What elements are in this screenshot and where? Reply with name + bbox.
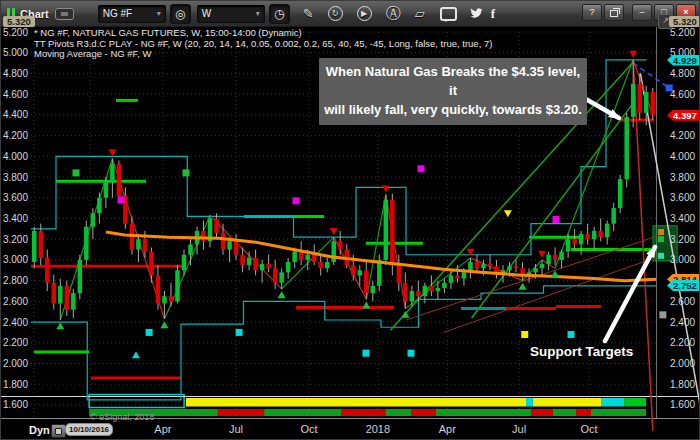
start-date-field[interactable]: 10/10/2016 bbox=[65, 423, 113, 436]
eraser-button[interactable]: ▱ bbox=[415, 6, 425, 21]
signal-triangle-up bbox=[519, 283, 527, 290]
chart-badge-icon[interactable] bbox=[55, 8, 74, 20]
dynamic-session-label[interactable]: Dyn bbox=[29, 424, 50, 436]
price-label-right: 2.200 bbox=[670, 337, 695, 348]
signal-square bbox=[118, 196, 125, 203]
candle-body bbox=[97, 198, 102, 214]
candle-body bbox=[260, 264, 265, 270]
interval-input[interactable]: W ▾ bbox=[197, 5, 265, 23]
signal-triangle-up bbox=[362, 302, 370, 309]
candle-body bbox=[462, 272, 467, 278]
annotation-tool-button[interactable]: Ⓐ bbox=[386, 4, 401, 23]
candle-body bbox=[312, 255, 317, 262]
candle-body bbox=[188, 244, 193, 254]
price-label-right: 1.600 bbox=[670, 399, 695, 410]
refresh-button[interactable]: ↻ bbox=[328, 6, 343, 21]
signal-square bbox=[236, 329, 243, 336]
candle-body bbox=[136, 239, 141, 249]
x-axis-label: Jul bbox=[502, 423, 536, 435]
candle-body bbox=[358, 270, 363, 275]
x-axis-label: Apr bbox=[146, 423, 180, 435]
scale-max-tag-left: 5.320 bbox=[3, 16, 35, 27]
trend-ribbon-upper bbox=[526, 398, 533, 407]
price-label-left: 3.400 bbox=[1, 213, 28, 224]
draw-tool-button[interactable]: ✎ bbox=[303, 6, 314, 21]
minimize-button[interactable]: – bbox=[632, 4, 652, 21]
chart-title: * NG #F, NATURAL GAS FUTURES, W, 15:00-1… bbox=[34, 28, 492, 39]
candle-body bbox=[611, 208, 616, 224]
signal-triangle-up bbox=[56, 322, 64, 329]
signal-square bbox=[659, 311, 666, 318]
candle-body bbox=[501, 270, 506, 274]
ribbon-highlight-box bbox=[89, 395, 184, 408]
chart-window: Chart NG #F ▾ ◎ W ▾ ◷ ✎ ↻ ▶ Ⓐ ▱ f ? – □ … bbox=[0, 0, 700, 440]
twitter-icon[interactable] bbox=[469, 8, 483, 19]
candle-body bbox=[130, 224, 135, 250]
zigzag-segment bbox=[164, 215, 210, 319]
signal-square bbox=[183, 169, 190, 176]
facebook-icon[interactable]: f bbox=[491, 6, 495, 22]
chevron-down-icon[interactable]: ▾ bbox=[157, 9, 161, 18]
annotation-line1: When Natural Gas Breaks the $4.35 level,… bbox=[321, 63, 585, 101]
price-label-right: 4.200 bbox=[670, 130, 695, 141]
candle-body bbox=[32, 231, 37, 262]
price-label-right: 5.200 bbox=[670, 27, 695, 38]
signal-triangle-down bbox=[629, 51, 637, 58]
support-targets-label[interactable]: Support Targets bbox=[530, 344, 633, 359]
candle-body bbox=[475, 262, 480, 268]
candle-body bbox=[540, 264, 545, 268]
candle-body bbox=[279, 272, 284, 282]
annotation-arrow bbox=[605, 247, 655, 341]
candle-body bbox=[104, 182, 109, 198]
annotation-callout[interactable]: When Natural Gas Breaks the $4.35 level,… bbox=[319, 58, 587, 125]
symbol-value: NG #F bbox=[103, 8, 132, 19]
projection-line bbox=[633, 63, 669, 88]
candle-body bbox=[520, 268, 525, 276]
candle-body bbox=[84, 227, 89, 260]
price-label-left: 1.600 bbox=[1, 399, 28, 410]
candle-body bbox=[546, 255, 551, 264]
candle-body bbox=[39, 231, 44, 258]
trend-ribbon-upper bbox=[186, 398, 526, 407]
price-label-right: 4.600 bbox=[670, 89, 695, 100]
help-button[interactable]: ? bbox=[582, 4, 602, 21]
trend-ribbon-lower bbox=[531, 409, 553, 416]
x-axis-label: Apr bbox=[430, 423, 464, 435]
restore-button[interactable] bbox=[604, 4, 624, 21]
support-target-square bbox=[658, 229, 664, 235]
signal-square bbox=[418, 165, 425, 172]
candle-body bbox=[416, 291, 421, 296]
candle-body bbox=[624, 117, 629, 179]
price-label-right: 3.000 bbox=[670, 254, 695, 265]
candle-body bbox=[449, 275, 454, 282]
symbol-lookup-button[interactable]: ◎ bbox=[170, 4, 191, 24]
zigzag-segment bbox=[542, 260, 555, 268]
zigzag-segment bbox=[633, 60, 653, 115]
candle-body bbox=[169, 296, 174, 301]
play-icon: ▶ bbox=[361, 9, 367, 18]
symbol-input[interactable]: NG #F ▾ bbox=[98, 5, 166, 23]
lock-icon[interactable] bbox=[51, 424, 66, 438]
price-label-right: 2.000 bbox=[670, 358, 695, 369]
candle-body bbox=[423, 286, 428, 296]
chevron-down-icon[interactable]: ▾ bbox=[256, 9, 260, 18]
signal-square bbox=[293, 197, 300, 204]
price-label-left: 3.200 bbox=[1, 234, 28, 245]
candle-body bbox=[149, 252, 154, 276]
eraser-icon: ▱ bbox=[415, 6, 425, 21]
price-label-left: 2.600 bbox=[1, 296, 28, 307]
signal-square bbox=[363, 350, 370, 357]
trend-ribbon-lower bbox=[218, 409, 264, 416]
trend-ribbon-lower bbox=[264, 409, 341, 416]
candle-body bbox=[397, 265, 402, 283]
candle-body bbox=[533, 268, 538, 272]
play-button[interactable]: ▶ bbox=[357, 6, 372, 21]
time-template-button[interactable]: ◷ bbox=[269, 4, 290, 24]
restore-icon bbox=[610, 10, 618, 17]
chat-button[interactable] bbox=[440, 7, 457, 21]
support-target-square bbox=[658, 253, 664, 259]
signal-triangle-up bbox=[551, 270, 559, 277]
candle-body bbox=[403, 283, 408, 302]
candle-body bbox=[78, 260, 83, 293]
candle-body bbox=[58, 286, 63, 304]
